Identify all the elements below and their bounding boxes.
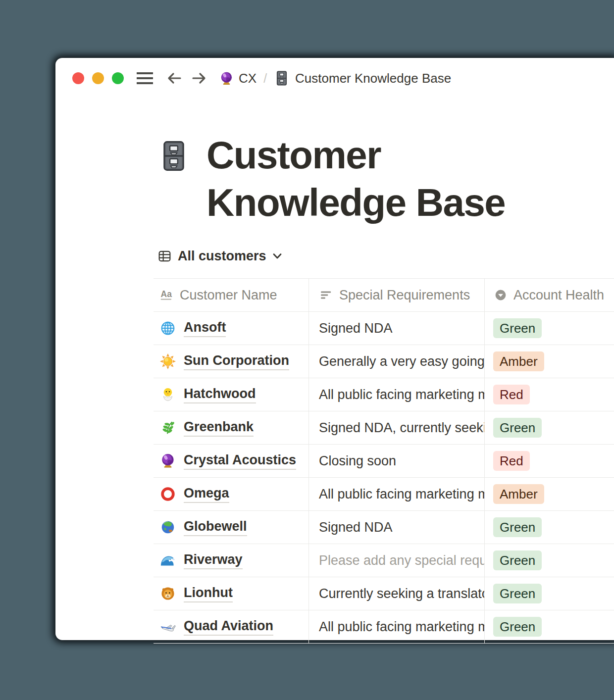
customer-name-cell[interactable]: Lionhut xyxy=(154,577,308,610)
status-badge: Green xyxy=(493,584,542,603)
account-health-cell[interactable]: Red xyxy=(484,445,614,477)
breadcrumb-item[interactable]: CX xyxy=(239,71,256,86)
customer-page-link[interactable]: Lionhut xyxy=(184,585,233,602)
file-cabinet-icon[interactable] xyxy=(157,140,190,172)
column-header-customer-name[interactable]: Aa Customer Name xyxy=(154,279,308,311)
water-wave-icon xyxy=(159,552,176,569)
app-window: CX / Customer Knowledge Base Customer Kn… xyxy=(55,58,614,640)
back-arrow-icon[interactable] xyxy=(167,71,182,86)
close-window-button[interactable] xyxy=(72,72,84,84)
special-requirements-cell[interactable]: Signed NDA, currently seeking a renewal xyxy=(308,411,484,444)
customer-page-link[interactable]: Riverway xyxy=(184,552,243,569)
text-property-icon xyxy=(319,288,334,302)
customer-name-cell[interactable]: Quad Aviation xyxy=(154,610,308,643)
lion-face-icon xyxy=(159,585,176,602)
customer-page-link[interactable]: Sun Corporation xyxy=(184,353,289,370)
title-property-icon: Aa xyxy=(159,288,174,302)
special-requirements-cell[interactable]: Signed NDA xyxy=(308,511,484,544)
view-label[interactable]: All customers xyxy=(178,249,266,264)
special-requirements-cell[interactable]: Closing soon xyxy=(308,445,484,477)
database-table: Aa Customer Name Special Requirements Ac… xyxy=(154,278,614,644)
status-badge: Red xyxy=(493,385,530,404)
customer-page-link[interactable]: Hatchwood xyxy=(184,386,256,403)
customer-page-link[interactable]: Ansoft xyxy=(184,320,226,337)
file-cabinet-icon xyxy=(274,70,290,86)
table-row[interactable]: Sun Corporation Generally a very easy go… xyxy=(154,345,614,378)
breadcrumb-item[interactable]: Customer Knowledge Base xyxy=(295,71,451,86)
column-header-account-health[interactable]: Account Health xyxy=(484,279,614,311)
minimize-window-button[interactable] xyxy=(92,72,104,84)
small-airplane-icon xyxy=(159,618,176,635)
status-badge: Green xyxy=(493,318,542,338)
table-row[interactable]: Lionhut Currently seeking a translator G… xyxy=(154,577,614,610)
status-badge: Green xyxy=(493,418,542,438)
menu-icon[interactable] xyxy=(137,72,153,85)
account-health-cell[interactable]: Green xyxy=(484,511,614,544)
globe-asia-australia-icon xyxy=(159,519,176,536)
table-view-icon xyxy=(157,249,172,263)
special-requirements-text: Signed NDA xyxy=(319,321,393,336)
crystal-ball-icon xyxy=(219,71,234,86)
customer-name-cell[interactable]: Greenbank xyxy=(154,411,308,444)
breadcrumb-separator: / xyxy=(263,71,267,86)
table-row[interactable]: Hatchwood All public facing marketing mu… xyxy=(154,378,614,411)
account-health-cell[interactable]: Green xyxy=(484,411,614,444)
account-health-cell[interactable]: Green xyxy=(484,312,614,345)
account-health-cell[interactable]: Red xyxy=(484,378,614,411)
zoom-window-button[interactable] xyxy=(112,72,124,84)
special-requirements-cell[interactable]: All public facing marketing must be appr… xyxy=(308,378,484,411)
customer-page-link[interactable]: Omega xyxy=(184,486,229,503)
special-requirements-text: All public facing marketing must be appr… xyxy=(319,487,484,502)
customer-name-cell[interactable]: Globewell xyxy=(154,511,308,544)
page-title: Customer Knowledge Base xyxy=(206,131,528,226)
table-row[interactable]: Globewell Signed NDA Green xyxy=(154,511,614,544)
crystal-ball-icon xyxy=(159,452,176,469)
view-switcher[interactable]: All customers xyxy=(157,246,283,266)
status-badge: Amber xyxy=(493,351,544,371)
account-health-cell[interactable]: Green xyxy=(484,577,614,610)
select-property-icon xyxy=(493,288,508,302)
table-header-row: Aa Customer Name Special Requirements Ac… xyxy=(154,278,614,312)
customer-page-link[interactable]: Globewell xyxy=(184,519,247,536)
special-requirements-text: Signed NDA xyxy=(319,520,393,535)
special-requirements-cell[interactable]: All public facing marketing must be appr… xyxy=(308,610,484,643)
special-requirements-cell[interactable]: All public facing marketing must be appr… xyxy=(308,478,484,510)
customer-name-cell[interactable]: Sun Corporation xyxy=(154,345,308,378)
chevron-down-icon[interactable] xyxy=(271,250,283,262)
table-row[interactable]: Quad Aviation All public facing marketin… xyxy=(154,610,614,644)
table-row[interactable]: Omega All public facing marketing must b… xyxy=(154,478,614,511)
special-requirements-cell[interactable]: Generally a very easy going customer xyxy=(308,345,484,378)
page-header: Customer Knowledge Base xyxy=(157,131,528,226)
table-row[interactable]: Greenbank Signed NDA, currently seeking … xyxy=(154,411,614,445)
column-header-special-requirements[interactable]: Special Requirements xyxy=(308,279,484,311)
globe-with-meridians-icon xyxy=(159,320,176,337)
table-row[interactable]: Crystal Acoustics Closing soon Red xyxy=(154,445,614,478)
customer-name-cell[interactable]: Omega xyxy=(154,478,308,510)
customer-name-cell[interactable]: Riverway xyxy=(154,544,308,577)
customer-name-cell[interactable]: Crystal Acoustics xyxy=(154,445,308,477)
forward-arrow-icon[interactable] xyxy=(192,71,206,86)
sun-icon xyxy=(159,353,176,370)
table-row[interactable]: Riverway Please add any special requirem… xyxy=(154,544,614,577)
special-requirements-text: Please add any special requirements xyxy=(319,553,484,568)
account-health-cell[interactable]: Amber xyxy=(484,345,614,378)
special-requirements-text: Closing soon xyxy=(319,453,396,469)
customer-name-cell[interactable]: Ansoft xyxy=(154,312,308,345)
special-requirements-cell[interactable]: Signed NDA xyxy=(308,312,484,345)
account-health-cell[interactable]: Amber xyxy=(484,478,614,510)
status-badge: Green xyxy=(493,517,542,537)
customer-page-link[interactable]: Greenbank xyxy=(184,419,254,437)
herb-icon xyxy=(159,419,176,436)
special-requirements-text: All public facing marketing must be appr… xyxy=(319,619,484,635)
customer-page-link[interactable]: Crystal Acoustics xyxy=(184,452,296,470)
special-requirements-text: Signed NDA, currently seeking a renewal xyxy=(319,420,484,436)
customer-name-cell[interactable]: Hatchwood xyxy=(154,378,308,411)
hatching-chick-icon xyxy=(159,386,176,403)
account-health-cell[interactable]: Green xyxy=(484,544,614,577)
special-requirements-text: Currently seeking a translator xyxy=(319,586,484,601)
table-row[interactable]: Ansoft Signed NDA Green xyxy=(154,312,614,345)
account-health-cell[interactable]: Green xyxy=(484,610,614,643)
customer-page-link[interactable]: Quad Aviation xyxy=(184,618,273,636)
special-requirements-cell[interactable]: Currently seeking a translator xyxy=(308,577,484,610)
special-requirements-cell[interactable]: Please add any special requirements xyxy=(308,544,484,577)
